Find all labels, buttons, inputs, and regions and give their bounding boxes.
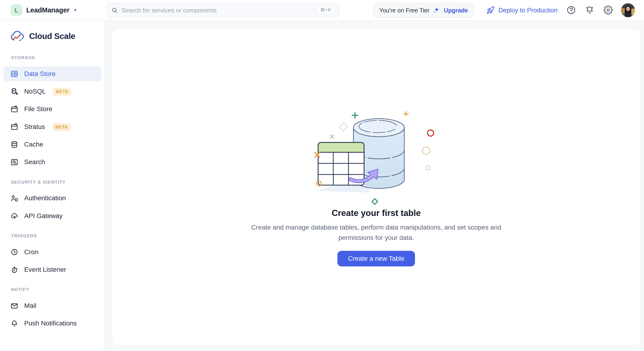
mail-icon <box>10 302 18 310</box>
upgrade-button[interactable]: Upgrade <box>444 7 468 13</box>
section-label-notify: NOTIFY <box>11 287 99 292</box>
sidebar-item-cron[interactable]: Cron <box>3 245 101 260</box>
sidebar-item-label: Cache <box>24 141 43 148</box>
section-label-triggers: TRIGGERS <box>11 233 99 238</box>
file-store-icon <box>10 105 18 113</box>
sidebar-item-stratus[interactable]: Stratus BETA <box>3 120 101 134</box>
search-box-icon <box>10 158 18 166</box>
event-listener-icon <box>10 266 18 274</box>
project-initial-badge: L <box>11 4 22 16</box>
empty-state-card: Create your first table Create and manag… <box>112 28 641 346</box>
help-button[interactable] <box>566 5 576 15</box>
search-icon <box>111 7 118 13</box>
rocket-icon <box>486 6 495 14</box>
settings-gear-icon <box>603 6 612 15</box>
project-name: LeadManager <box>26 6 70 14</box>
brand-name: Cloud Scale <box>29 32 75 41</box>
avatar-image <box>621 3 635 17</box>
brand: Cloud Scale <box>10 30 105 42</box>
notifications-button[interactable] <box>584 5 594 15</box>
topbar: L LeadManager ▼ ⌘+K You're on Free Tier … <box>0 0 644 21</box>
empty-state-description: Create and manage database tables, perfo… <box>243 222 510 243</box>
authentication-icon <box>10 194 18 202</box>
notifications-bell-icon <box>585 6 594 15</box>
beta-badge: BETA <box>52 123 70 130</box>
sidebar: Cloud Scale STORAGE Data Store <box>0 21 105 351</box>
deploy-to-production-button[interactable]: Deploy to Production <box>486 6 558 14</box>
sidebar-item-data-store[interactable]: Data Store <box>3 66 101 81</box>
sidebar-item-nosql[interactable]: NoSQL BETA <box>3 84 101 99</box>
project-selector[interactable]: L LeadManager ▼ <box>0 4 105 16</box>
api-gateway-icon <box>10 212 18 220</box>
sidebar-item-mail[interactable]: Mail <box>3 298 101 313</box>
empty-state-title: Create your first table <box>332 208 421 218</box>
search-input[interactable] <box>122 6 317 14</box>
nosql-icon <box>10 88 18 96</box>
cloud-growth-logo <box>10 30 24 42</box>
search-shortcut-badge: ⌘+K <box>317 6 334 14</box>
sidebar-item-cache[interactable]: Cache <box>3 137 101 152</box>
push-notifications-icon <box>10 319 18 328</box>
global-search[interactable]: ⌘+K <box>107 2 339 17</box>
deploy-label: Deploy to Production <box>498 6 558 14</box>
sidebar-item-label: Authentication <box>24 194 66 202</box>
sidebar-item-event-listener[interactable]: Event Listener <box>3 262 101 277</box>
main-content: Create your first table Create and manag… <box>105 21 644 351</box>
sidebar-item-label: Push Notifications <box>24 320 77 327</box>
sparkle-icon <box>433 6 440 14</box>
sidebar-item-label: Cron <box>24 248 38 256</box>
tier-text: You're on Free Tier <box>379 7 430 13</box>
sidebar-item-label: Mail <box>24 302 36 310</box>
sidebar-item-search[interactable]: Search <box>3 155 101 170</box>
sidebar-item-authentication[interactable]: Authentication <box>3 191 101 206</box>
sidebar-item-label: Stratus <box>24 123 45 130</box>
sidebar-item-label: Search <box>24 158 45 166</box>
beta-badge: BETA <box>53 88 71 96</box>
sidebar-item-file-store[interactable]: File Store <box>3 102 101 116</box>
sidebar-item-push-notifications[interactable]: Push Notifications <box>3 316 101 331</box>
app-window: L LeadManager ▼ ⌘+K You're on Free Tier … <box>0 0 644 351</box>
user-avatar[interactable] <box>621 3 635 17</box>
settings-button[interactable] <box>603 5 613 15</box>
help-icon <box>566 6 576 15</box>
sidebar-item-label: Event Listener <box>24 266 66 274</box>
stratus-icon <box>10 123 18 131</box>
sidebar-item-label: NoSQL <box>24 88 46 96</box>
free-tier-pill[interactable]: You're on Free Tier Upgrade <box>373 2 474 17</box>
sidebar-item-label: Data Store <box>24 70 56 78</box>
section-label-storage: STORAGE <box>11 55 99 60</box>
data-store-icon <box>10 70 18 78</box>
create-table-button[interactable]: Create a new Table <box>337 251 415 266</box>
topbar-actions: You're on Free Tier Upgrade Deploy to Pr… <box>373 2 644 17</box>
chevron-down-icon: ▼ <box>73 8 77 12</box>
cache-icon <box>10 140 18 149</box>
cron-clock-icon <box>10 248 18 256</box>
sidebar-item-label: API Gateway <box>24 212 62 220</box>
database-table-illustration <box>312 110 440 206</box>
section-label-security: SECURITY & IDENTITY <box>11 179 99 184</box>
sidebar-item-api-gateway[interactable]: API Gateway <box>3 208 101 223</box>
sidebar-item-label: File Store <box>24 106 52 113</box>
